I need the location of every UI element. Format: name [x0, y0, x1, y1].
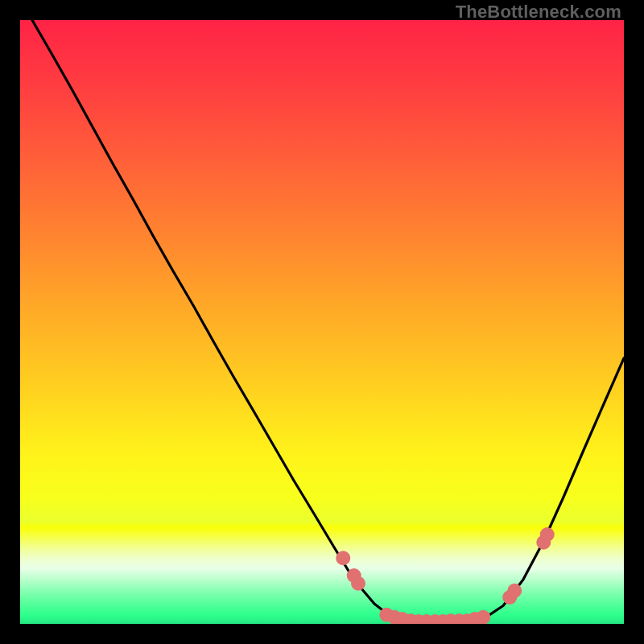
optimal-marker	[336, 551, 350, 565]
chart-frame	[20, 20, 624, 624]
optimal-marker	[351, 576, 365, 591]
bottleneck-chart	[20, 20, 624, 624]
chart-background	[20, 20, 624, 624]
optimal-marker	[540, 527, 555, 542]
optimal-marker	[476, 610, 490, 624]
optimal-marker	[507, 584, 522, 598]
